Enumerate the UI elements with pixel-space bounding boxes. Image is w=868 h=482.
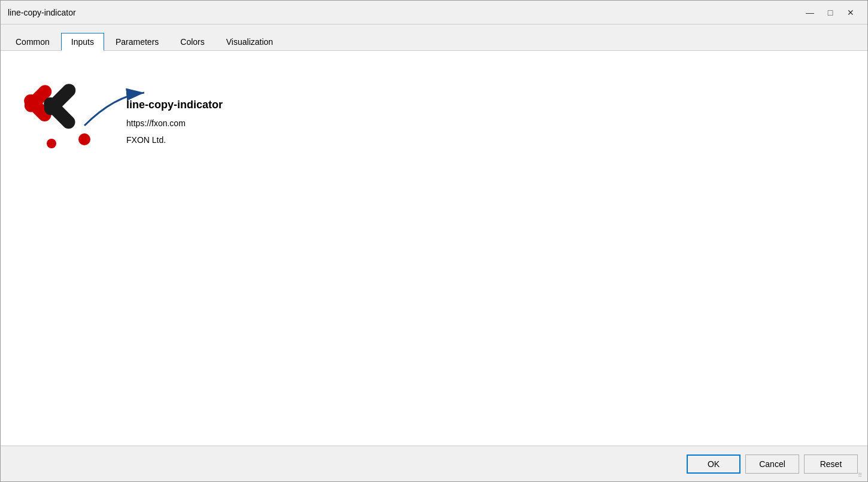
- window-title: line-copy-indicator: [8, 8, 800, 17]
- cancel-button[interactable]: Cancel: [745, 454, 799, 474]
- tab-parameters[interactable]: Parameters: [105, 33, 169, 51]
- tab-bar: Common Inputs Parameters Colors Visualiz…: [1, 25, 867, 51]
- resize-handle[interactable]: ⠿: [858, 472, 865, 479]
- svg-point-5: [47, 139, 56, 148]
- main-window: line-copy-indicator — □ ✕ Common Inputs …: [0, 0, 868, 482]
- ok-button[interactable]: OK: [687, 454, 740, 474]
- title-bar: line-copy-indicator — □ ✕: [1, 1, 867, 25]
- indicator-company-label: FXON Ltd.: [126, 135, 223, 145]
- tab-inputs[interactable]: Inputs: [61, 33, 104, 51]
- content-area: line-copy-indicator https://fxon.com FXO…: [1, 51, 867, 446]
- indicator-info-area: line-copy-indicator https://fxon.com FXO…: [19, 81, 849, 170]
- window-controls: — □ ✕: [800, 4, 860, 21]
- logo-area: [19, 81, 114, 170]
- arrow-icon: [78, 84, 150, 132]
- maximize-button[interactable]: □: [821, 4, 840, 21]
- tab-common[interactable]: Common: [5, 33, 60, 51]
- button-bar: OK Cancel Reset ⠿: [1, 446, 867, 481]
- tab-visualization[interactable]: Visualization: [216, 33, 283, 51]
- reset-button[interactable]: Reset: [804, 454, 858, 474]
- tab-colors[interactable]: Colors: [170, 33, 214, 51]
- close-button[interactable]: ✕: [841, 4, 860, 21]
- svg-point-4: [78, 133, 90, 145]
- minimize-button[interactable]: —: [800, 4, 820, 21]
